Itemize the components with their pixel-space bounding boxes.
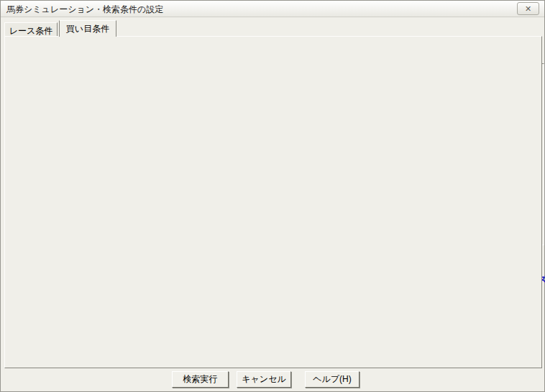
tab-label: レース条件 [9, 26, 53, 36]
tab-race-conditions[interactable]: レース条件 [4, 22, 58, 37]
search-execute-button[interactable]: 検索実行 [172, 371, 229, 388]
cancel-button[interactable]: キャンセル [237, 371, 291, 388]
close-icon: ✕ [525, 4, 531, 13]
help-button[interactable]: ヘルプ(H) [305, 371, 359, 388]
close-button[interactable]: ✕ [517, 2, 539, 15]
tab-bet-conditions[interactable]: 買い目条件 [59, 20, 116, 37]
bet-conditions-page [4, 36, 542, 368]
dialog-window: 馬券シミュレーション・検索条件の設定 ✕ レース条件 買い目条件 一覧選択▼ ◆… [0, 0, 545, 392]
titlebar[interactable]: 馬券シミュレーション・検索条件の設定 ✕ [1, 1, 544, 17]
tab-label: 買い目条件 [66, 24, 109, 34]
window-title: 馬券シミュレーション・検索条件の設定 [6, 4, 163, 16]
